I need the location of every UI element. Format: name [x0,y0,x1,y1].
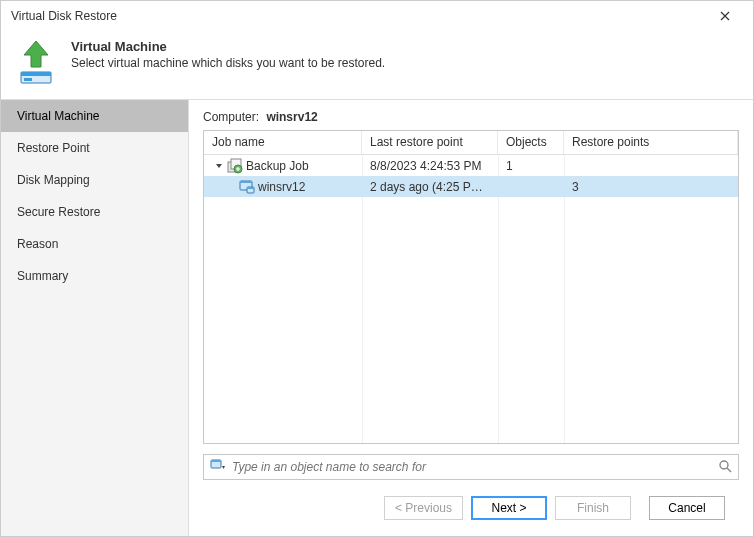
wizard-header: Virtual Machine Select virtual machine w… [1,31,753,99]
finish-button: Finish [555,496,631,520]
sidebar-item-label: Secure Restore [17,205,100,219]
close-icon [720,11,730,21]
sidebar-item-summary[interactable]: Summary [1,260,188,292]
page-subtitle: Select virtual machine which disks you w… [71,56,385,70]
vm-icon [239,179,255,195]
row-vm-name: winsrv12 [258,180,305,194]
col-header-last-restore[interactable]: Last restore point [362,131,498,154]
sidebar-item-disk-mapping[interactable]: Disk Mapping [1,164,188,196]
previous-button: < Previous [384,496,463,520]
table-row-vm[interactable]: winsrv12 2 days ago (4:25 PM ... 3 [204,176,738,197]
wizard-window: Virtual Disk Restore Virtual Machine Sel… [0,0,754,537]
row-job-name: Backup Job [246,159,309,173]
svg-rect-9 [247,187,254,189]
sidebar-item-label: Summary [17,269,68,283]
sidebar-item-secure-restore[interactable]: Secure Restore [1,196,188,228]
svg-rect-11 [211,460,221,462]
backup-job-icon [227,158,243,174]
main-panel: Computer: winsrv12 Job name Last restore… [189,100,753,536]
row-last-restore: 2 days ago (4:25 PM ... [362,180,498,194]
page-title: Virtual Machine [71,39,385,54]
chevron-down-icon [215,162,223,170]
table-row-job[interactable]: Backup Job 8/8/2023 4:24:53 PM 1 [204,155,738,176]
titlebar: Virtual Disk Restore [1,1,753,31]
row-restore-points: 3 [564,180,738,194]
sidebar-item-restore-point[interactable]: Restore Point [1,132,188,164]
col-header-job-name[interactable]: Job name [204,131,362,154]
sidebar-item-reason[interactable]: Reason [1,228,188,260]
sidebar-item-label: Reason [17,237,58,251]
computer-label-line: Computer: winsrv12 [203,110,739,124]
svg-rect-2 [24,78,32,81]
svg-point-12 [720,461,728,469]
wizard-footer: < Previous Next > Finish Cancel [203,480,739,536]
col-header-restore-points[interactable]: Restore points [564,131,738,154]
sidebar-item-virtual-machine[interactable]: Virtual Machine [1,100,188,132]
jobs-grid: Job name Last restore point Objects Rest… [203,130,739,444]
search-bar [203,454,739,480]
svg-rect-7 [240,181,252,183]
sidebar-item-label: Virtual Machine [17,109,100,123]
restore-icon [15,39,57,85]
row-last-restore: 8/8/2023 4:24:53 PM [362,159,498,173]
grid-header: Job name Last restore point Objects Rest… [204,131,738,155]
cancel-button[interactable]: Cancel [649,496,725,520]
computer-label: Computer: [203,110,259,124]
content-area: Virtual Machine Restore Point Disk Mappi… [1,99,753,536]
next-button[interactable]: Next > [471,496,547,520]
grid-body: Backup Job 8/8/2023 4:24:53 PM 1 [204,155,738,443]
sidebar-item-label: Restore Point [17,141,90,155]
search-input[interactable] [232,460,712,474]
object-picker-icon[interactable] [210,458,226,477]
col-header-objects[interactable]: Objects [498,131,564,154]
wizard-steps-sidebar: Virtual Machine Restore Point Disk Mappi… [1,100,189,536]
close-button[interactable] [705,2,745,30]
search-icon[interactable] [718,459,732,476]
computer-value: winsrv12 [266,110,317,124]
sidebar-item-label: Disk Mapping [17,173,90,187]
svg-rect-1 [21,72,51,76]
tree-expander[interactable] [214,161,224,171]
row-objects: 1 [498,159,564,173]
window-title: Virtual Disk Restore [9,9,705,23]
